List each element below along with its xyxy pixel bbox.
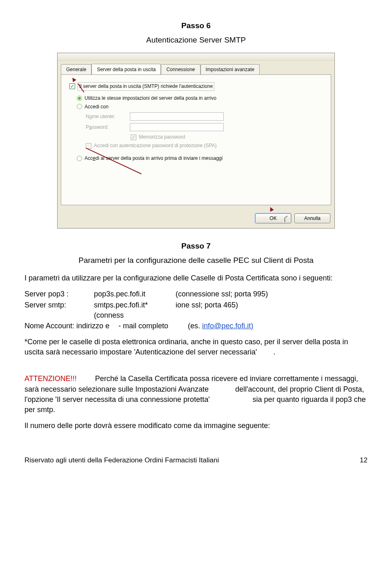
step6-subtitle: Autenticazione Server SMTP xyxy=(24,35,368,46)
label-password: Password: xyxy=(86,124,127,131)
input-username[interactable] xyxy=(130,112,224,121)
intro-paragraph: I parametri da utilizzare per la configu… xyxy=(24,273,368,283)
row-auth-required: ✓ Il server della posta in uscita (SMTP)… xyxy=(69,82,323,91)
tab-impostazioni-avanzate[interactable]: Impostazioni avanzate xyxy=(200,64,260,75)
step7-subtitle: Parametri per la configurazione delle ca… xyxy=(24,255,368,266)
cell-smtp-port: ione ssl; porta 465) xyxy=(176,300,238,321)
arrow-head-1 xyxy=(71,76,76,82)
tab-pane: ✓ Il server della posta in uscita (SMTP)… xyxy=(61,74,331,205)
input-password[interactable] xyxy=(130,123,224,131)
row-radio-login-with: Accedi con xyxy=(77,103,323,110)
page-number: 12 xyxy=(360,455,368,465)
step7-title: Passo 7 xyxy=(24,241,368,252)
label-remember-password: Memorizza password xyxy=(139,134,185,141)
cell-pop3-port: (connessione ssl; porta 995) xyxy=(176,289,268,299)
cancel-button[interactable]: Annulla xyxy=(294,213,330,223)
tab-generale[interactable]: Generale xyxy=(61,64,91,75)
footer-text: Riservato agli utenti della Federazione … xyxy=(24,455,219,465)
label-spa: Accedi con autenticazione password di pr… xyxy=(94,142,217,149)
tab-server-uscita[interactable]: Server della posta in uscita xyxy=(91,64,161,74)
dialog-body: Generale Server della posta in uscita Co… xyxy=(58,61,334,209)
cell-smtp-label: Server smtp: xyxy=(24,300,94,321)
cell-account-example: (es. info@pec.fofi.it) xyxy=(188,321,253,331)
example-email-link[interactable]: info@pec.fofi.it) xyxy=(202,322,253,330)
dialog-titlebar xyxy=(58,53,334,61)
row-username: Nome utente: xyxy=(86,112,323,121)
cell-pop3-label: Server pop3 : xyxy=(24,289,94,299)
row-pop3: Server pop3 : pop3s.pec.fofi.it (conness… xyxy=(24,289,368,299)
row-remember-password: ✓ Memorizza password xyxy=(131,134,323,141)
step6-title: Passo 6 xyxy=(24,20,368,31)
tab-strip: Generale Server della posta in uscita Co… xyxy=(61,64,331,74)
label-login-with: Accedi con xyxy=(85,103,109,110)
label-login-first: Accedi al server della posta in arrivo p… xyxy=(85,155,223,162)
label-auth-required: Il server della posta in uscita (SMTP) r… xyxy=(78,82,214,91)
checkbox-remember-password: ✓ xyxy=(131,135,136,140)
tab-connessione[interactable]: Connessione xyxy=(161,64,200,75)
dialog-frame: Generale Server della posta in uscita Co… xyxy=(57,53,335,229)
button-bar: OK Annulla xyxy=(58,209,334,228)
row-password: Password: xyxy=(86,123,323,131)
note-paragraph: *Come per le caselle di posta elettronic… xyxy=(24,337,368,357)
radio-login-with[interactable] xyxy=(77,104,82,109)
params-table: Server pop3 : pop3s.pec.fofi.it (conness… xyxy=(24,289,368,331)
cell-account-val: - mail completo xyxy=(118,321,188,331)
page-footer: Riservato agli utenti della Federazione … xyxy=(24,455,368,465)
row-radio-same-settings: Utilizza le stesse impostazioni del serv… xyxy=(77,95,323,102)
closing-paragraph: Il numero delle porte dovrà essere modif… xyxy=(24,421,368,431)
attention-label: ATTENZIONE!!! xyxy=(24,374,77,383)
row-account: Nome Account: indirizzo e - mail complet… xyxy=(24,321,368,331)
cell-account-label: Nome Account: indirizzo e xyxy=(24,321,118,331)
radio-same-settings[interactable] xyxy=(77,96,82,101)
label-username: Nome utente: xyxy=(86,113,127,120)
radio-login-first[interactable] xyxy=(77,156,82,161)
cursor-icon xyxy=(285,217,290,225)
cell-pop3-host: pop3s.pec.fofi.it xyxy=(94,289,176,299)
label-same-settings: Utilizza le stesse impostazioni del serv… xyxy=(85,95,216,102)
attention-paragraph: ATTENZIONE!!! Perché la Casella Certific… xyxy=(24,374,368,415)
row-spa: Accedi con autenticazione password di pr… xyxy=(86,142,323,149)
cell-smtp-host: smtps.pec.fofi.it* (conness xyxy=(94,300,176,321)
checkbox-auth-required[interactable]: ✓ xyxy=(69,83,75,89)
row-smtp: Server smtp: smtps.pec.fofi.it* (conness… xyxy=(24,300,368,321)
